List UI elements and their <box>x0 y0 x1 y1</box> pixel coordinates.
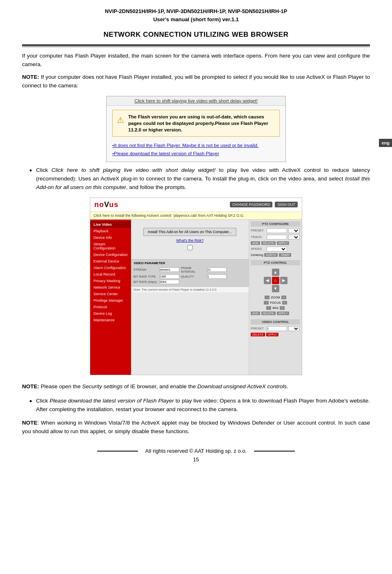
ss-ptz-btns-row: ADD DELETE APPLY <box>251 241 300 245</box>
ss-vp-quality-input[interactable] <box>207 274 227 279</box>
footer-rule-left <box>97 451 138 452</box>
flash-link1: •It does not find the Flash Player. Mayb… <box>112 142 280 150</box>
ss-sidebar-item-device-info[interactable]: Device Info <box>90 234 131 241</box>
note2-block: NOTE: Please open the Security settings … <box>22 383 370 391</box>
ss-ptz-apply-btn[interactable]: APPLY <box>277 241 289 245</box>
ss-vc-btns-row: DELETE APPLY <box>251 333 300 336</box>
screenshot: noVus CHANGE PASSWORD SIGN OUT Click her… <box>90 198 302 375</box>
note1-text: If your computer does not have Flash Pla… <box>22 74 370 89</box>
ss-ptz-apply2-btn[interactable]: APPLY <box>277 311 289 315</box>
ss-activex-bar: Click here to install the following Acti… <box>90 212 302 220</box>
ss-vp-label-quality: QUALITY <box>181 275 205 278</box>
ss-sidebar-item-privacy-masking[interactable]: Privacy Masking <box>90 278 131 284</box>
ss-sidebar-item-device-config[interactable]: Device Configuration <box>90 251 131 258</box>
ss-vc-preset-select[interactable] <box>288 326 300 331</box>
ss-checkbox-row <box>187 245 193 250</box>
thick-rule <box>22 44 370 46</box>
ss-ptz-timer-btn[interactable]: TIMER <box>279 253 291 257</box>
ss-activex-install: Install This Add-on for All Users on Thi… <box>131 220 249 259</box>
ss-ptz-track-select[interactable] <box>288 235 300 240</box>
warning-text: The Flash version you are using is out-o… <box>128 113 275 133</box>
ptz-control: ▲ ◀ ⌂ ▶ ▼ <box>251 269 300 292</box>
ss-vp-frame-input[interactable] <box>207 267 227 272</box>
ss-ptz-zoom-plus[interactable]: + <box>281 296 286 299</box>
ss-vc-apply-btn[interactable]: APPLY <box>266 333 278 336</box>
ss-vc-title: VIDEO CONTROL <box>251 319 300 325</box>
ss-ptz-zoom-label: ZOOM <box>271 296 280 299</box>
ss-sidebar-item-maintenance[interactable]: Maintenance <box>90 317 131 323</box>
ss-body: Live Video Playback Device Info Stream C… <box>90 220 302 375</box>
ss-ptz-track-input[interactable] <box>267 235 287 240</box>
ss-ptz-track-label: TRACK <box>251 235 265 239</box>
ss-vp-kbps-input[interactable] <box>160 280 179 284</box>
ss-vp-label-frame: FRAME INTERVAL <box>181 266 205 274</box>
ss-vp-stream-input[interactable] <box>160 267 179 272</box>
ss-ptz-north-btn[interactable]: NORTH <box>264 253 278 257</box>
ss-ptz-iris-row: − IRIS + <box>251 306 300 310</box>
ss-ptz-delete2-btn[interactable]: DELETE <box>261 311 276 315</box>
bullet1-italic1: Click here to shift playing live video w… <box>51 167 216 173</box>
ss-checkbox[interactable] <box>187 245 193 250</box>
ss-vp-row2: BIT RATE TYPE QUALITY <box>134 274 246 279</box>
ss-sidebar-item-protocol[interactable]: Protocol <box>90 304 131 310</box>
ss-main: Install This Add-on for All Users on Thi… <box>131 220 249 375</box>
ss-vp-bitrate-input[interactable] <box>160 274 179 279</box>
note2-italic2: Download unsigned ActiveX controls <box>197 383 287 389</box>
ss-ptz-focus-plus[interactable]: + <box>282 301 287 305</box>
bullet-item-1: • Click Click here to shift playing live… <box>29 166 370 192</box>
ptz-home-btn[interactable]: ⌂ <box>272 277 279 284</box>
ss-sidebar-item-stream-config[interactable]: Stream Configuration <box>90 241 131 251</box>
footer-container: All rights reserved © AAT Holding sp. z … <box>22 448 370 454</box>
flash-link2[interactable]: •Please download the latest version of F… <box>112 150 280 158</box>
doc-header-line2: User's manual (short form) ver.1.1 <box>22 16 370 24</box>
note3-text: : When working in Windows Vista/7/8 the … <box>22 420 370 434</box>
bullet1-after2: , and follow the prompts. <box>126 184 186 190</box>
ss-sidebar-item-service-center[interactable]: Service Center <box>90 291 131 297</box>
ss-ptz-focus-minus[interactable]: − <box>264 301 269 305</box>
ss-ptz-zoom-minus[interactable]: − <box>265 296 270 299</box>
eng-badge: eng <box>379 139 392 147</box>
ss-vc-preset-input[interactable] <box>267 326 287 331</box>
ss-ptz-preset-input[interactable] <box>267 228 287 233</box>
ss-logo: noVus <box>94 200 118 209</box>
ss-sidebar-item-privilege-manager[interactable]: Privilege Manager <box>90 297 131 304</box>
ss-sidebar-item-playback[interactable]: Playback <box>90 228 131 234</box>
flash-widget: Click here to shift playing live video w… <box>106 96 286 162</box>
ss-ptz-add-btn[interactable]: ADD <box>251 241 260 245</box>
ss-ptz-preset-row: PRESET <box>251 228 300 233</box>
note2-mid: of IE browser, and enable the <box>122 383 197 389</box>
ss-ptz-track-row: TRACK <box>251 235 300 240</box>
ss-ptz-iris-plus[interactable]: + <box>280 306 285 310</box>
flash-widget-container: Click here to shift playing live video w… <box>22 96 370 162</box>
ss-ptz-preset-select[interactable] <box>288 228 300 233</box>
ptz-left-btn[interactable]: ◀ <box>264 277 271 284</box>
ss-sidebar-item-live-video[interactable]: Live Video <box>90 221 131 228</box>
note3-block: NOTE: When working in Windows Vista/7/8 … <box>22 419 370 436</box>
bullet-dot-2: • <box>29 396 32 414</box>
ss-ptz-control-title: PTZ CONTROL <box>251 260 300 265</box>
ss-sidebar-item-local-record[interactable]: Local Record <box>90 271 131 278</box>
ss-sidebar-item-device-log[interactable]: Device Log <box>90 310 131 317</box>
ptz-right-btn[interactable]: ▶ <box>280 277 287 284</box>
ss-sidebar: Live Video Playback Device Info Stream C… <box>90 220 131 375</box>
ss-ptz-delete-btn[interactable]: DELETE <box>261 241 276 245</box>
ss-install-btn[interactable]: Install This Add-on for All Users on Thi… <box>143 228 236 236</box>
ss-signout-btn[interactable]: SIGN OUT <box>275 202 298 207</box>
flash-widget-topbar[interactable]: Click here to shift playing live video w… <box>107 96 285 106</box>
ss-ptz-iris-minus[interactable]: − <box>266 306 271 310</box>
ss-sidebar-item-external-device[interactable]: External Device <box>90 258 131 265</box>
ss-ptz-add-del-row: ADD DELETE APPLY <box>251 311 300 315</box>
ss-risk-link[interactable]: What's the Risk? <box>176 238 203 243</box>
ss-ptz-add2-btn[interactable]: ADD <box>251 311 260 315</box>
ss-sidebar-item-alarm-config[interactable]: Alarm Configuration <box>90 265 131 271</box>
ss-ptz-speed-select[interactable] <box>267 247 287 251</box>
ss-change-pwd-btn[interactable]: CHANGE PASSWORD <box>230 202 273 207</box>
ss-vp-row1: STREAM FRAME INTERVAL <box>134 266 246 274</box>
ss-sidebar-item-network-service[interactable]: Network Service <box>90 284 131 291</box>
screenshot-container: noVus CHANGE PASSWORD SIGN OUT Click her… <box>22 198 370 375</box>
ptz-row-bot: ▼ <box>272 285 279 292</box>
ptz-down-btn[interactable]: ▼ <box>272 285 279 292</box>
note1-label: NOTE: <box>22 74 39 80</box>
ss-vc-delete-btn[interactable]: DELETE <box>251 333 265 336</box>
ptz-up-btn[interactable]: ▲ <box>272 269 279 276</box>
